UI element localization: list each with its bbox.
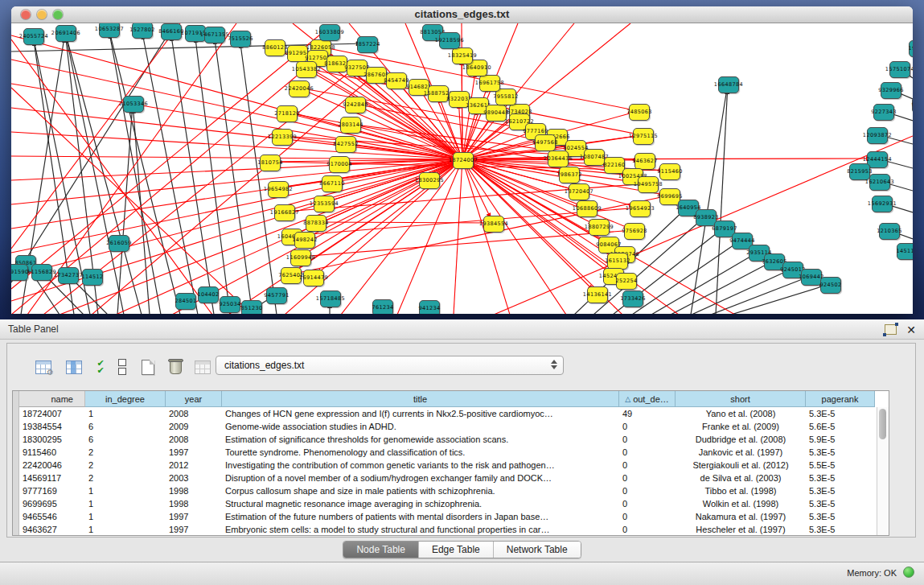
- graph-node[interactable]: 18300295: [419, 172, 440, 189]
- graph-node[interactable]: 9329966: [881, 82, 901, 99]
- cell-title[interactable]: Investigating the contribution of common…: [222, 460, 619, 470]
- graph-node[interactable]: 15751074: [889, 61, 910, 78]
- cell-short[interactable]: Wolkin et al. (1998): [676, 499, 806, 509]
- cell-in_degree[interactable]: 1: [85, 486, 166, 496]
- graph-node[interactable]: 16914479: [303, 270, 324, 286]
- table-row[interactable]: 1456911722003Disruption of a novel membe…: [13, 472, 889, 484]
- cell-out_de[interactable]: 0: [619, 447, 676, 457]
- graph-node[interactable]: 284501: [175, 293, 196, 310]
- graph-node[interactable]: 7515526: [230, 31, 251, 47]
- cell-short[interactable]: de Silva et al. (2003): [676, 473, 806, 483]
- graph-node[interactable]: 12213399: [272, 129, 293, 146]
- table-row[interactable]: 946362711997Embryonic stem cells: a mode…: [13, 523, 889, 536]
- cell-in_degree[interactable]: 1: [85, 525, 166, 534]
- graph-node[interactable]: 6497568: [535, 134, 556, 151]
- graph-node[interactable]: 24055724: [23, 28, 44, 45]
- column-header-year[interactable]: year: [166, 391, 222, 407]
- table-row[interactable]: 1830029562008Estimation of significance …: [13, 433, 889, 446]
- graph-node[interactable]: 145112: [897, 243, 913, 260]
- cell-name[interactable]: 14569117: [19, 473, 85, 483]
- tab-edge-table[interactable]: Edge Table: [419, 542, 494, 558]
- graph-node[interactable]: 941234: [419, 300, 440, 315]
- select-column-icon[interactable]: [62, 355, 86, 379]
- cell-short[interactable]: Dudbridge et al. (2008): [676, 435, 806, 444]
- graph-node[interactable]: 1210365: [879, 223, 900, 240]
- table-row[interactable]: 977716911998Corpus callosum shape and si…: [13, 484, 889, 497]
- graph-node[interactable]: 15692931: [872, 196, 893, 212]
- graph-node[interactable]: 10688609: [577, 200, 598, 217]
- cell-title[interactable]: Estimation of significance thresholds fo…: [222, 435, 619, 444]
- graph-node[interactable]: 16033809: [319, 24, 340, 41]
- graph-node[interactable]: 9115460: [659, 163, 680, 180]
- cell-name[interactable]: 18724007: [19, 409, 85, 418]
- cell-short[interactable]: Tibbo et al. (1998): [676, 486, 806, 496]
- graph-node[interactable]: 18807299: [589, 219, 610, 236]
- graph-node[interactable]: 11609948: [290, 249, 311, 266]
- table-row[interactable]: 969969511998Structural magnetic resonanc…: [13, 497, 889, 510]
- cell-short[interactable]: Jankovic et al. (1997): [676, 447, 806, 457]
- cell-year[interactable]: 2008: [166, 435, 222, 444]
- close-window-icon[interactable]: [21, 10, 31, 19]
- cell-out_de[interactable]: 0: [619, 422, 676, 431]
- table-row[interactable]: 1872400712008Changes of HCN gene express…: [13, 407, 889, 420]
- graph-node[interactable]: 18325419: [452, 47, 473, 64]
- graph-node[interactable]: 20691406: [55, 25, 76, 42]
- graph-node[interactable]: 8860123: [265, 39, 285, 56]
- zoom-window-icon[interactable]: [53, 10, 63, 19]
- table-settings-icon[interactable]: ⚙: [31, 355, 55, 379]
- cell-out_de[interactable]: 0: [619, 499, 676, 509]
- cell-year[interactable]: 2003: [166, 473, 222, 483]
- graph-node[interactable]: 10543382: [296, 61, 317, 78]
- cell-out_de[interactable]: 0: [619, 486, 676, 496]
- cell-pagerank[interactable]: 5.3E-5: [806, 486, 875, 496]
- cell-year[interactable]: 1998: [166, 486, 222, 496]
- cell-name[interactable]: 9699695: [19, 499, 85, 509]
- graph-node[interactable]: 9463627: [634, 153, 655, 170]
- table-select-dropdown[interactable]: citations_edges.txt: [216, 356, 564, 375]
- float-window-icon[interactable]: [885, 324, 897, 335]
- close-icon[interactable]: ✕: [906, 324, 916, 336]
- cell-pagerank[interactable]: 5.5E-5: [806, 460, 875, 470]
- graph-node[interactable]: 13720407: [569, 183, 589, 200]
- cell-in_degree[interactable]: 6: [85, 422, 166, 431]
- cell-title[interactable]: Embryonic stem cells: a model to study s…: [222, 525, 619, 534]
- graph-node[interactable]: 927430: [912, 97, 913, 113]
- network-window-titlebar[interactable]: citations_edges.txt: [11, 6, 913, 23]
- network-window[interactable]: citations_edges.txt 18724007886012389129…: [11, 6, 913, 314]
- graph-node[interactable]: 1733426: [622, 290, 643, 307]
- network-canvas[interactable]: 1872400788601238912954182260589127508105…: [11, 23, 913, 314]
- cell-pagerank[interactable]: 5.3E-5: [806, 512, 875, 521]
- graph-node[interactable]: 12444154: [867, 151, 888, 168]
- graph-node[interactable]: 8454749: [386, 72, 407, 89]
- cell-year[interactable]: 1997: [166, 512, 222, 521]
- cell-name[interactable]: 9463627: [19, 525, 85, 534]
- cell-in_degree[interactable]: 2: [85, 447, 166, 457]
- graph-node[interactable]: 18724007: [453, 152, 474, 169]
- graph-node[interactable]: 8878334: [306, 215, 326, 232]
- graph-node[interactable]: 114512: [82, 269, 103, 286]
- graph-node[interactable]: 21053346: [123, 96, 144, 113]
- cell-pagerank[interactable]: 5.3E-5: [806, 525, 875, 534]
- cell-in_degree[interactable]: 2: [85, 460, 166, 470]
- graph-node[interactable]: 19654982: [268, 181, 289, 198]
- delete-columns-icon[interactable]: [163, 355, 187, 379]
- tab-node-table[interactable]: Node Table: [343, 542, 419, 558]
- graph-node[interactable]: 8427552: [335, 136, 356, 153]
- table-row[interactable]: 911546021997Tourette syndrome. Phenomeno…: [13, 446, 889, 459]
- graph-node[interactable]: 7986372: [559, 167, 580, 183]
- graph-node[interactable]: 9242848: [345, 97, 366, 113]
- cell-in_degree[interactable]: 1: [85, 512, 166, 521]
- graph-node[interactable]: 191465: [909, 40, 913, 57]
- graph-node[interactable]: 19495758: [638, 176, 659, 193]
- graph-node[interactable]: 17342737: [58, 267, 79, 284]
- cell-in_degree[interactable]: 1: [85, 499, 166, 509]
- cell-pagerank[interactable]: 5.6E-5: [806, 422, 875, 431]
- cell-pagerank[interactable]: 5.9E-5: [806, 435, 875, 444]
- graph-node[interactable]: 15718485: [320, 290, 341, 307]
- cell-year[interactable]: 1997: [166, 525, 222, 534]
- graph-node[interactable]: 9756928: [624, 223, 645, 240]
- column-header-pagerank[interactable]: pagerank: [806, 391, 875, 407]
- column-header-in_degree[interactable]: in_degree: [85, 391, 166, 407]
- cell-out_de[interactable]: 0: [619, 460, 676, 470]
- cell-in_degree[interactable]: 2: [85, 473, 166, 483]
